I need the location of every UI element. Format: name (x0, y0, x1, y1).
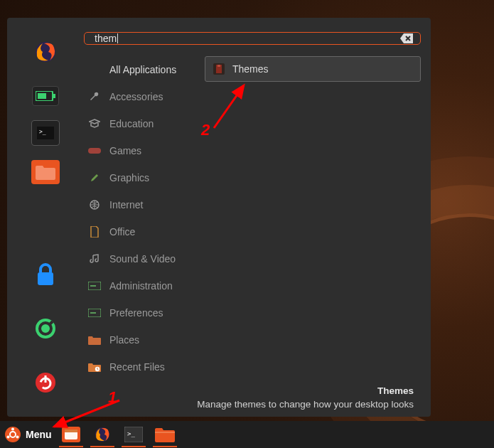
category-label: All Applications (109, 64, 176, 75)
favorite-terminal[interactable]: >_ (31, 120, 60, 146)
category-label: Graphics (109, 172, 149, 183)
category-preferences[interactable]: Preferences (84, 299, 198, 326)
favorite-firefox[interactable] (26, 32, 65, 72)
svg-rect-17 (90, 312, 96, 314)
menu-label: Menu (26, 429, 52, 440)
category-label: Games (109, 145, 141, 156)
footer-title: Themes (91, 385, 414, 398)
svg-point-26 (7, 436, 10, 439)
result-label: Themes (232, 63, 269, 75)
category-label: Places (109, 334, 139, 346)
svg-rect-2 (53, 94, 55, 98)
svg-rect-6 (38, 272, 53, 285)
category-places[interactable]: Places (84, 326, 198, 353)
taskbar: Menu >_ (0, 421, 494, 448)
app-menu-panel: >_ them All Applicatio (7, 18, 431, 417)
category-education[interactable]: Education (84, 110, 198, 137)
menu-button[interactable]: Menu (4, 426, 52, 443)
svg-text:>_: >_ (127, 430, 135, 437)
search-text: them (95, 33, 400, 44)
document-icon (88, 226, 101, 238)
footer-desc: Manage themes to change how your desktop… (91, 398, 414, 412)
category-label: Office (109, 226, 135, 238)
svg-rect-3 (38, 93, 46, 99)
result-themes[interactable]: Themes (205, 56, 421, 82)
globe-icon (88, 199, 101, 210)
themes-icon (213, 63, 225, 75)
category-games[interactable]: Games (84, 137, 198, 164)
category-office[interactable]: Office (84, 218, 198, 245)
svg-rect-29 (65, 430, 77, 432)
ubuntu-logo-icon (4, 426, 21, 443)
taskbar-app-terminal[interactable]: >_ (122, 424, 146, 445)
favorites-rail: >_ (7, 18, 84, 417)
category-accessories[interactable]: Accessories (84, 83, 198, 110)
taskbar-app-firefox[interactable] (90, 424, 114, 445)
clear-icon[interactable] (400, 33, 413, 43)
gamepad-icon (88, 146, 101, 155)
category-internet[interactable]: Internet (84, 191, 198, 218)
slider-icon (88, 309, 101, 317)
favorite-lock[interactable] (26, 255, 65, 294)
svg-text:>_: >_ (39, 129, 46, 135)
wrench-icon (88, 91, 101, 102)
category-label: Recent Files (109, 361, 165, 373)
favorite-files[interactable] (31, 160, 60, 184)
taskbar-app-files[interactable] (153, 424, 177, 445)
music-icon (88, 253, 101, 265)
folder-clock-icon (88, 362, 101, 372)
result-description: Themes Manage themes to change how your … (84, 380, 421, 422)
education-icon (88, 118, 101, 129)
category-recent[interactable]: Recent Files (84, 353, 198, 380)
svg-rect-12 (88, 148, 101, 154)
category-graphics[interactable]: Graphics (84, 164, 198, 191)
category-label: Internet (109, 199, 143, 210)
category-label: Preferences (109, 307, 163, 319)
category-label: Sound & Video (109, 253, 176, 265)
category-all[interactable]: All Applications (84, 56, 198, 83)
menu-body: them All Applications Accessories Educat… (84, 18, 431, 417)
category-sound-video[interactable]: Sound & Video (84, 245, 198, 272)
category-label: Accessories (109, 91, 163, 102)
taskbar-app-desktop[interactable] (59, 424, 83, 445)
svg-rect-21 (218, 65, 220, 67)
slider-icon (88, 282, 101, 290)
favorite-battery[interactable] (32, 86, 59, 106)
category-label: Administration (109, 280, 173, 292)
folder-icon (88, 335, 101, 345)
favorite-power[interactable] (26, 363, 65, 402)
category-list: All Applications Accessories Education G… (84, 56, 198, 380)
svg-point-25 (16, 436, 19, 439)
search-input[interactable]: them (84, 32, 421, 45)
category-label: Education (109, 118, 154, 129)
category-administration[interactable]: Administration (84, 272, 198, 299)
svg-point-24 (11, 428, 14, 431)
brush-icon (88, 172, 101, 183)
favorite-logout[interactable] (26, 309, 65, 348)
svg-rect-15 (90, 285, 96, 287)
search-results: Themes (205, 56, 421, 380)
